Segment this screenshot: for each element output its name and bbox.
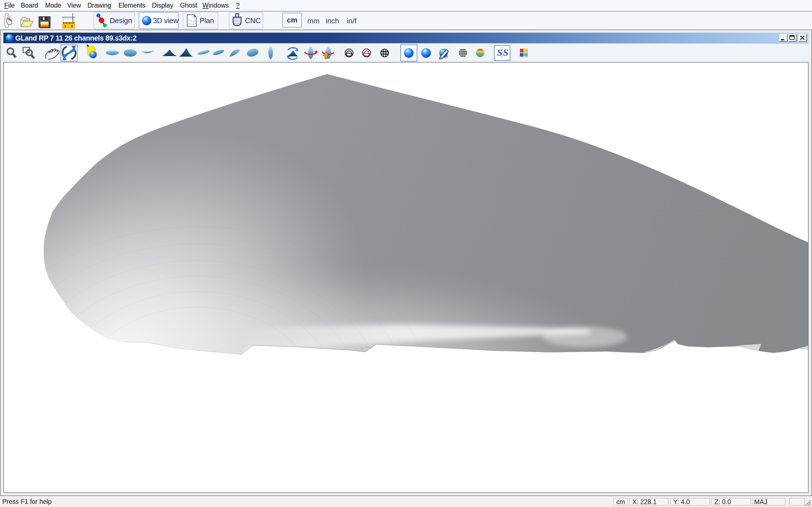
svg-text:S: S xyxy=(503,47,508,58)
svg-text:S: S xyxy=(497,47,502,58)
svg-text:1: 1 xyxy=(64,24,66,28)
svg-text:0: 0 xyxy=(71,24,73,28)
